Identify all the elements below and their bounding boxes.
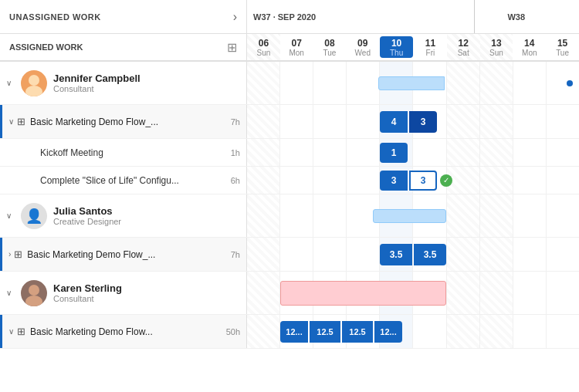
avatar-julia: 👤 — [21, 203, 47, 229]
kickoff-bar-1: 1 — [380, 143, 408, 163]
karen-role: Consultant — [53, 294, 122, 303]
project-row-karen: ∨ ⊞ Basic Marketing Demo Flow... 50h — [0, 315, 579, 349]
day-num: 09 — [357, 38, 367, 49]
karen-project-bars: 12... 12.5 12.5 12... — [280, 321, 402, 343]
karen-bar-12-5b: 12.5 — [342, 321, 373, 343]
day-header-10-today: 10 Thu — [380, 36, 413, 58]
day-header-13: 13 Sun — [480, 34, 513, 60]
chevron-julia[interactable]: ∨ — [6, 211, 12, 220]
day-name: Mon — [522, 49, 537, 57]
karen-pink-bar — [280, 281, 446, 306]
unassigned-header: UNASSIGNED WORK › — [0, 0, 247, 33]
jennifer-project-name: Basic Marketing Demo Flow_... — [30, 117, 231, 127]
karen-bar-12-5a: 12.5 — [310, 321, 340, 343]
chevron-karen-project[interactable]: ∨ — [8, 327, 14, 336]
jennifer-gantt — [247, 62, 579, 104]
project-row-jennifer: ∨ ⊞ Basic Marketing Demo Flow_... 7h — [0, 105, 579, 139]
karen-bar-12b: 12... — [374, 321, 402, 343]
project-icon-julia: ⊞ — [14, 248, 22, 260]
julia-info: Julia Santos Creative Designer — [53, 205, 121, 226]
karen-info: Karen Sterling Consultant — [53, 282, 122, 303]
day-headers: 06 Sun 07 Mon 08 Tue 09 Wed — [247, 34, 579, 60]
slice-bar-3b: 3 — [409, 171, 437, 191]
day-name: Mon — [289, 49, 303, 57]
day-header-15: 15 Tue — [546, 34, 579, 60]
task-row-kickoff: Kickoff Meeting 1h 1 — [0, 139, 579, 167]
week-header-right: W37 · SEP 2020 W38 — [247, 0, 579, 33]
day-num: 08 — [324, 38, 334, 49]
day-header-07: 07 Mon — [280, 34, 313, 60]
unassigned-arrow[interactable]: › — [233, 10, 237, 24]
kickoff-bars: 1 — [380, 143, 408, 163]
jennifer-info: Jennifer Campbell Consultant — [53, 73, 141, 93]
karen-project-gantt: 12... 12.5 12.5 12... — [247, 315, 579, 348]
jennifer-project-bars: 4 3 — [380, 111, 437, 133]
julia-alloc-bar — [373, 209, 446, 223]
day-name: Sun — [489, 49, 503, 57]
assigned-label: ASSIGNED WORK — [9, 42, 83, 52]
jennifer-role: Consultant — [53, 84, 141, 93]
julia-project-left: › ⊞ Basic Marketing Demo Flow_... 7h — [0, 238, 247, 271]
week-divider — [474, 0, 475, 33]
jennifer-dot — [567, 80, 573, 86]
kickoff-name: Kickoff Meeting — [40, 147, 231, 158]
jennifer-alloc-bar — [378, 76, 445, 90]
chevron-julia-project[interactable]: › — [8, 250, 11, 259]
avatar-jennifer — [21, 70, 47, 96]
kickoff-left: Kickoff Meeting 1h — [0, 139, 247, 166]
julia-project-bars: 3.5 3.5 — [380, 244, 446, 265]
day-num: 07 — [292, 38, 302, 49]
project-icon-karen: ⊞ — [17, 326, 25, 337]
julia-role: Creative Designer — [53, 217, 121, 226]
gantt-bg3 — [247, 139, 579, 166]
person-row-karen: ∨ Karen Sterling Consultant — [0, 272, 579, 315]
slice-hours: 6h — [231, 176, 240, 185]
day-num: 11 — [425, 38, 435, 49]
karen-left: ∨ Karen Sterling Consultant — [0, 272, 247, 314]
project-icon-jennifer: ⊞ — [17, 116, 25, 127]
day-name: Fri — [426, 49, 435, 57]
jennifer-left: ∨ Jennifer Campbell Consultant — [0, 62, 247, 104]
day-header-08: 08 Tue — [313, 34, 347, 60]
day-num: 14 — [524, 38, 534, 49]
day-header-14: 14 Mon — [513, 34, 546, 60]
day-name: Wed — [355, 49, 371, 57]
day-name: Tue — [556, 49, 569, 57]
slice-bar-3a: 3 — [380, 171, 408, 191]
slice-left: Complete "Slice of Life" Configu... 6h — [0, 167, 247, 194]
day-num-today: 10 — [391, 38, 401, 49]
julia-left: ∨ 👤 Julia Santos Creative Designer — [0, 194, 247, 237]
day-header-06: 06 Sun — [247, 34, 280, 60]
day-header-11: 11 Fri — [414, 34, 447, 60]
jennifer-bar-4: 4 — [380, 111, 408, 133]
julia-bar-3-5b: 3.5 — [414, 244, 446, 265]
julia-gantt — [247, 194, 579, 237]
task-row-slice: Complete "Slice of Life" Configu... 6h — [0, 167, 579, 194]
day-num: 12 — [459, 38, 469, 49]
filter-icon[interactable]: ⊞ — [227, 40, 237, 55]
avatar-karen — [21, 280, 47, 306]
day-header-12: 12 Sat — [447, 34, 480, 60]
julia-project-name: Basic Marketing Demo Flow_... — [27, 249, 230, 260]
slice-checkmark: ✓ — [440, 174, 452, 187]
chevron-jennifer-project[interactable]: ∨ — [8, 117, 14, 126]
karen-project-name: Basic Marketing Demo Flow... — [30, 326, 226, 337]
day-name-today: Thu — [390, 49, 403, 57]
kickoff-hours: 1h — [231, 148, 240, 157]
chevron-jennifer[interactable]: ∨ — [6, 79, 12, 87]
kickoff-gantt: 1 — [247, 139, 579, 166]
day-num: 15 — [557, 38, 567, 49]
slice-name: Complete "Slice of Life" Configu... — [40, 175, 231, 186]
unassigned-label: UNASSIGNED WORK — [9, 12, 101, 22]
day-header-09: 09 Wed — [346, 34, 379, 60]
project-row-julia: › ⊞ Basic Marketing Demo Flow_... 7h — [0, 238, 579, 272]
chevron-karen[interactable]: ∨ — [6, 289, 12, 297]
jennifer-project-hours: 7h — [231, 117, 240, 127]
w37-label: W37 · SEP 2020 — [253, 12, 316, 22]
julia-name: Julia Santos — [53, 205, 121, 217]
slice-bars: 3 3 ✓ — [380, 171, 452, 191]
slice-gantt: 3 3 ✓ — [247, 167, 579, 194]
day-name: Sat — [458, 49, 469, 57]
jennifer-name: Jennifer Campbell — [53, 73, 141, 84]
day-name: Tue — [323, 49, 337, 57]
